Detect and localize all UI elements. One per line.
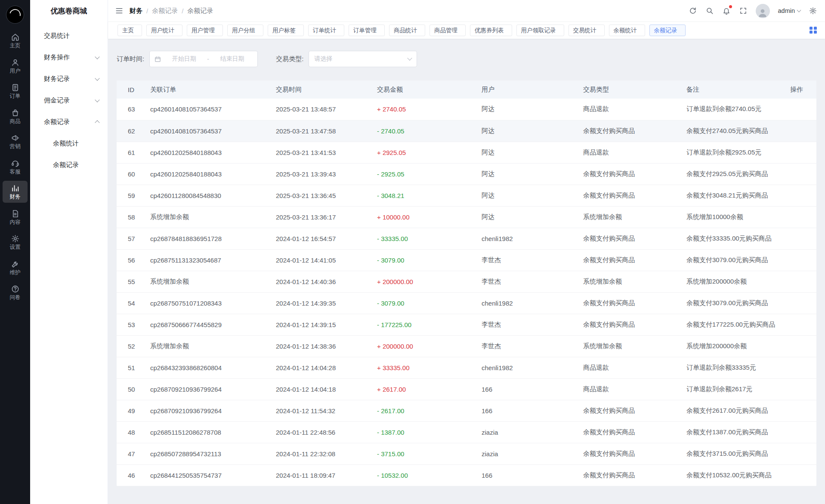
settings-gear-icon[interactable] <box>809 6 817 15</box>
rail-nav-item[interactable]: 主页 <box>3 30 28 52</box>
rail-nav-item[interactable]: 维护 <box>3 257 28 278</box>
page-tab[interactable]: 优惠券列表 <box>470 25 512 36</box>
page-tab[interactable]: 用户统计 <box>146 25 182 36</box>
rail-nav-item[interactable]: 营销 <box>3 130 28 152</box>
rail-nav-label: 设置 <box>10 244 21 250</box>
tab-grid-icon[interactable] <box>810 27 817 34</box>
table-row[interactable]: 51 cp268432393868260804 2024-01-12 14:04… <box>117 357 816 378</box>
rail-nav-item[interactable]: 设置 <box>3 231 28 253</box>
sidebar-collapse-icon[interactable] <box>115 6 124 15</box>
order-time-range-input[interactable]: 开始日期 - 结束日期 <box>149 51 258 67</box>
table-row[interactable]: 56 cp268751131323054687 2024-01-12 14:41… <box>117 249 816 271</box>
page-tab-label: 用户分组 <box>232 27 255 34</box>
page-tab[interactable]: 余额统计 <box>609 25 645 36</box>
table-row[interactable]: 47 cp268507288954732113 2024-01-11 22:32… <box>117 443 816 464</box>
notifications-bell-icon[interactable] <box>722 6 731 15</box>
refresh-icon[interactable] <box>689 6 697 15</box>
breadcrumb-mid[interactable]: 余额记录 <box>152 7 178 15</box>
cell-transaction-type: 商品退款 <box>577 142 680 163</box>
table-row[interactable]: 49 cp268709210936799264 2024-01-12 11:54… <box>117 400 816 421</box>
brand-logo[interactable] <box>6 6 24 24</box>
rail-nav-label: 财务 <box>10 194 21 200</box>
table-row[interactable]: 53 cp268750666774455829 2024-01-12 14:39… <box>117 314 816 335</box>
cell-transaction-time: 2025-03-21 13:39:43 <box>270 163 371 185</box>
cell-user: 李世杰 <box>476 314 577 335</box>
rail-nav-label: 内容 <box>10 220 21 225</box>
marketing-icon <box>11 134 19 142</box>
table-row[interactable]: 48 cp268511512086278708 2024-01-11 22:48… <box>117 421 816 443</box>
date-end-placeholder[interactable]: 结束日期 <box>212 55 253 63</box>
sidebar-menu-item[interactable]: 财务记录 <box>30 68 108 90</box>
table-row[interactable]: 54 cp268750751071208343 2024-01-12 14:39… <box>117 292 816 314</box>
page-tab[interactable]: 用户领取记录 <box>516 25 564 36</box>
rail-nav-item[interactable]: 订单 <box>3 80 28 102</box>
page-tab-label: 订单管理 <box>353 27 377 34</box>
date-start-placeholder[interactable]: 开始日期 <box>164 55 204 63</box>
breadcrumb-root[interactable]: 财务 <box>130 7 142 15</box>
page-tab[interactable]: 用户标签 <box>268 25 304 36</box>
page-tab[interactable]: 交易统计 <box>569 25 605 36</box>
page-tab[interactable]: 余额记录 <box>649 25 686 36</box>
table-row[interactable]: 63 cp426014081057364537 2025-03-21 13:48… <box>117 99 816 120</box>
rail-nav-item[interactable]: 财务 <box>3 181 28 203</box>
rail-nav-item[interactable]: 用户 <box>3 55 28 77</box>
cell-transaction-type: 系统增加余额 <box>577 271 680 292</box>
cell-user: 阿达 <box>476 206 577 228</box>
cell-related-order: 系统增加余额 <box>144 335 270 357</box>
table-row[interactable]: 62 cp426014081057364537 2025-03-21 13:47… <box>117 120 816 142</box>
page-tab[interactable]: 订单统计 <box>308 25 344 36</box>
cell-transaction-amount: + 33335.00 <box>371 357 476 378</box>
table-row[interactable]: 50 cp268709210936799264 2024-01-12 14:04… <box>117 378 816 400</box>
cell-transaction-amount: - 3079.00 <box>371 249 476 271</box>
cell-remark: 余额支付3048.21元购买商品 <box>680 185 784 206</box>
page-tab[interactable]: 商品统计 <box>389 25 425 36</box>
search-icon[interactable] <box>705 6 714 15</box>
page-tab-label: 余额记录 <box>654 27 677 34</box>
cell-user: 166 <box>476 378 577 400</box>
rail-nav-item[interactable]: 客服 <box>3 156 28 178</box>
rail-nav-item[interactable]: 问卷 <box>3 281 28 303</box>
table-row[interactable]: 60 cp426012025840188043 2025-03-21 13:39… <box>117 163 816 185</box>
page-tab-label: 用户标签 <box>272 27 296 34</box>
sidebar-menu-item[interactable]: 佣金记录 <box>30 90 108 111</box>
transaction-type-select[interactable]: 请选择 <box>309 51 417 67</box>
cell-transaction-type: 商品退款 <box>577 357 680 378</box>
cell-transaction-amount: + 200000.00 <box>371 335 476 357</box>
user-menu[interactable]: admin <box>778 7 801 14</box>
page-tab[interactable]: 主页 <box>117 25 142 36</box>
cell-actions <box>784 443 816 464</box>
cell-id: 52 <box>117 335 144 357</box>
cell-actions <box>784 335 816 357</box>
table-row[interactable]: 52 系统增加余额 2024-01-12 14:38:36 + 200000.0… <box>117 335 816 357</box>
fullscreen-icon[interactable] <box>739 6 748 15</box>
table-row[interactable]: 58 系统增加余额 2025-03-21 13:36:17 + 10000.00… <box>117 206 816 228</box>
rail-nav-item[interactable]: 商品 <box>3 105 28 127</box>
transaction-type-label: 交易类型: <box>276 55 303 63</box>
sidebar-menu-item[interactable]: 余额记录 <box>30 111 108 133</box>
cell-user: 166 <box>476 400 577 421</box>
table-column-header: 用户 <box>476 80 577 99</box>
cell-remark: 余额支付2617.00元购买商品 <box>680 400 784 421</box>
sidebar-menu-item-label: 余额统计 <box>53 139 79 148</box>
cell-id: 53 <box>117 314 144 335</box>
cell-transaction-time: 2025-03-21 13:36:17 <box>270 206 371 228</box>
table-row[interactable]: 46 cp268441250535754737 2024-01-11 18:09… <box>117 464 816 486</box>
breadcrumb: 财务 / 余额记录 / 余额记录 <box>130 7 213 15</box>
cell-user: 李世杰 <box>476 249 577 271</box>
table-row[interactable]: 55 系统增加余额 2024-01-12 14:40:36 + 200000.0… <box>117 271 816 292</box>
rail-nav-item[interactable]: 内容 <box>3 206 28 228</box>
page-tab[interactable]: 用户分组 <box>227 25 263 36</box>
sidebar-menu-item[interactable]: 余额记录 <box>30 154 108 176</box>
sidebar-menu-item[interactable]: 余额统计 <box>30 133 108 154</box>
table-row[interactable]: 61 cp426012025840188043 2025-03-21 13:41… <box>117 142 816 163</box>
table-row[interactable]: 59 cp426011280084548830 2025-03-21 13:36… <box>117 185 816 206</box>
table-row[interactable]: 57 cp268784818836951728 2024-01-12 16:54… <box>117 228 816 249</box>
avatar[interactable] <box>756 4 770 18</box>
sidebar-menu-item[interactable]: 交易统计 <box>30 25 108 46</box>
page-tab[interactable]: 商品管理 <box>429 25 466 36</box>
page-tab[interactable]: 用户管理 <box>187 25 223 36</box>
sidebar-menu-item[interactable]: 财务操作 <box>30 46 108 68</box>
cell-related-order: cp426014081057364537 <box>144 120 270 142</box>
cell-transaction-amount: - 3715.00 <box>371 443 476 464</box>
page-tab[interactable]: 订单管理 <box>349 25 385 36</box>
